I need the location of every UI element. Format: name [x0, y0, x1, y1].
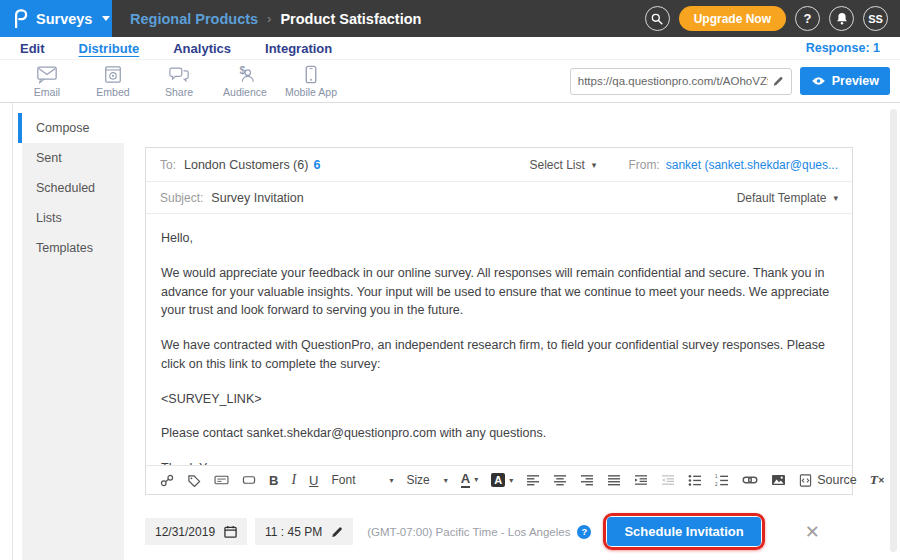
survey-url: https://qa.questionpro.com/t/AOhoVZfqml — [578, 75, 768, 87]
page-scrollbar[interactable] — [890, 109, 897, 552]
close-icon[interactable]: ✕ — [805, 523, 820, 541]
sidebar-item-lists[interactable]: Lists — [22, 203, 124, 233]
bold-button[interactable]: B — [269, 473, 278, 488]
product-switcher[interactable]: Surveys — [0, 0, 112, 37]
svg-text:2: 2 — [715, 482, 718, 486]
body-paragraph: We have contracted with QuestionPro, an … — [161, 336, 837, 374]
indent-button[interactable] — [634, 474, 648, 486]
sidebar-item-sent[interactable]: Sent — [22, 143, 124, 173]
eye-icon — [811, 76, 826, 86]
insert-button-tool[interactable] — [242, 474, 256, 486]
select-list-dropdown[interactable]: Select List ▾ — [529, 158, 596, 172]
body-paragraph: We would appreciate your feedback in our… — [161, 264, 837, 320]
hyperlink-button[interactable] — [742, 475, 758, 485]
schedule-row: 12/31/2019 11 : 45 PM (GMT-07:00) Pacifi… — [145, 513, 820, 550]
merge-tag-tool[interactable] — [187, 474, 201, 487]
distribute-toolbar: Email Embed Share $ Audience — [0, 60, 900, 103]
help-button[interactable]: ? — [795, 6, 820, 31]
subject-label: Subject: — [160, 191, 203, 205]
channel-audience-label: Audience — [223, 86, 267, 98]
timezone-label: (GMT-07:00) Pacific Time - Los Angeles — [367, 526, 570, 538]
schedule-time-field[interactable]: 11 : 45 PM — [255, 518, 353, 545]
schedule-invitation-button[interactable]: Schedule Invitation — [607, 517, 760, 546]
bullet-list-button[interactable] — [688, 474, 702, 486]
from-value[interactable]: sanket (sanket.shekdar@ques... — [666, 158, 838, 172]
insert-link-tool[interactable] — [160, 474, 174, 487]
bg-color-tool[interactable]: A ▾ — [491, 473, 513, 487]
tab-analytics[interactable]: Analytics — [173, 41, 231, 56]
channel-mobile-app[interactable]: Mobile App — [278, 65, 344, 98]
notifications-button[interactable] — [829, 6, 854, 31]
sidebar-item-compose[interactable]: Compose — [18, 113, 124, 143]
tab-integration[interactable]: Integration — [265, 41, 332, 56]
sidebar-item-scheduled[interactable]: Scheduled — [22, 173, 124, 203]
sidebar-filler — [22, 263, 124, 560]
mobile-app-icon — [304, 65, 318, 84]
upgrade-now-button[interactable]: Upgrade Now — [679, 6, 786, 31]
chevron-down-icon: ▾ — [509, 476, 513, 485]
channel-audience[interactable]: $ Audience — [212, 65, 278, 98]
breadcrumb-separator: › — [267, 11, 271, 26]
sidebar-item-templates[interactable]: Templates — [22, 233, 124, 263]
breadcrumb-survey-name: Product Satisfaction — [280, 11, 421, 27]
insert-field-tool[interactable] — [214, 474, 229, 486]
response-count[interactable]: Response: 1 — [806, 41, 880, 55]
italic-button[interactable]: I — [291, 472, 296, 488]
channel-embed[interactable]: Embed — [80, 65, 146, 98]
remove-format-icon: T — [870, 472, 878, 488]
calendar-icon — [224, 525, 237, 538]
remove-format-button[interactable]: T✕ — [870, 472, 885, 488]
text-color-tool[interactable]: A ▾ — [461, 472, 478, 488]
align-justify-button[interactable] — [607, 474, 621, 486]
channel-mobile-app-label: Mobile App — [285, 86, 337, 98]
product-name: Surveys — [36, 11, 92, 27]
channel-share[interactable]: Share — [146, 65, 212, 98]
search-button[interactable] — [645, 6, 670, 31]
insert-image-button[interactable] — [771, 474, 786, 486]
questionpro-app: Surveys Regional Products › Product Sati… — [0, 0, 900, 560]
email-body-editor[interactable]: Hello, We would appreciate your feedback… — [146, 214, 852, 465]
numbered-list-button[interactable]: 12 — [715, 474, 729, 486]
channel-email[interactable]: Email — [14, 65, 80, 98]
subject-row: Subject: Survey Invitation Default Templ… — [146, 182, 852, 214]
to-value[interactable]: London Customers (6) — [184, 158, 308, 172]
breadcrumb-folder[interactable]: Regional Products — [130, 11, 258, 27]
align-right-button[interactable] — [580, 474, 594, 486]
align-left-button[interactable] — [526, 474, 540, 486]
editor-toolbar: B I U Font ▾ Size ▾ A ▾ A ▾ — [146, 465, 852, 494]
underline-button[interactable]: U — [309, 473, 318, 488]
body-paragraph: <SURVEY_LINK> — [161, 390, 837, 409]
template-label: Default Template — [737, 191, 827, 205]
channel-share-label: Share — [165, 86, 193, 98]
edit-url-icon[interactable] — [772, 75, 784, 87]
search-icon — [651, 13, 663, 25]
header-actions: Upgrade Now ? SS — [645, 6, 900, 31]
font-dropdown[interactable]: Font ▾ — [331, 473, 393, 487]
chevron-down-icon: ▾ — [444, 476, 448, 485]
body-paragraph: Please contact sanket.shekdar@questionpr… — [161, 424, 837, 443]
size-dropdown[interactable]: Size ▾ — [406, 473, 447, 487]
body-paragraph: Hello, — [161, 229, 837, 248]
align-center-button[interactable] — [553, 474, 567, 486]
source-button[interactable]: Source — [799, 473, 857, 487]
schedule-date-field[interactable]: 12/31/2019 — [145, 518, 247, 545]
schedule-highlight-ring: Schedule Invitation — [603, 513, 764, 550]
preview-label: Preview — [832, 74, 879, 88]
text-color-icon: A — [461, 472, 470, 488]
bell-icon — [836, 12, 848, 25]
template-dropdown[interactable]: Default Template ▾ — [737, 191, 838, 205]
subject-value[interactable]: Survey Invitation — [211, 191, 303, 205]
outdent-button[interactable] — [661, 474, 675, 486]
source-label: Source — [817, 473, 857, 487]
bg-color-icon: A — [491, 473, 505, 487]
recipient-count[interactable]: 6 — [313, 158, 320, 172]
avatar[interactable]: SS — [863, 6, 888, 31]
svg-text:1: 1 — [715, 474, 718, 479]
preview-button[interactable]: Preview — [800, 67, 890, 95]
timezone-help-icon[interactable]: ? — [577, 525, 591, 539]
size-label: Size — [406, 473, 429, 487]
tab-distribute[interactable]: Distribute — [79, 41, 140, 56]
survey-url-field[interactable]: https://qa.questionpro.com/t/AOhoVZfqml — [570, 68, 792, 95]
tab-edit[interactable]: Edit — [20, 41, 45, 56]
distribute-email-content: Compose Sent Scheduled Lists Templates T… — [0, 103, 900, 560]
